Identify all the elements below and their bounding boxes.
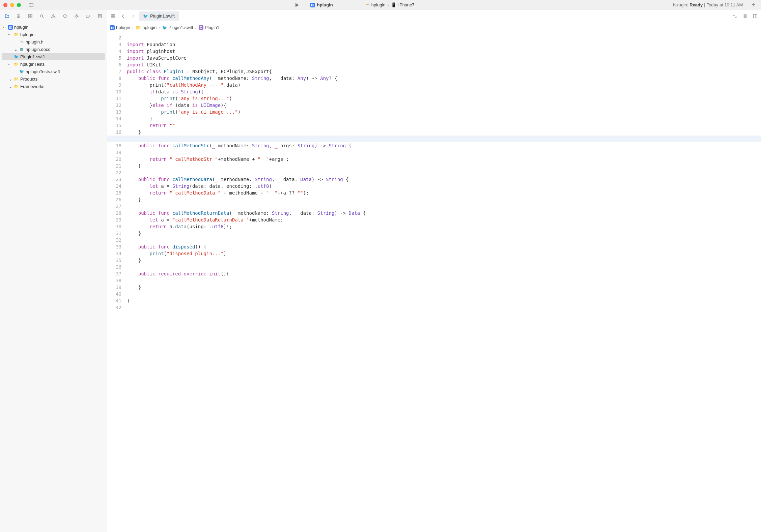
class-icon: C xyxy=(199,25,203,30)
activity-status: hplugin: Ready | Today at 10:11 AM xyxy=(673,2,743,7)
editor-tab-plugin1[interactable]: 🐦 Plugin1.swift xyxy=(139,11,179,21)
tree-label: Plugin1.swift xyxy=(20,54,45,59)
code-editor[interactable]: 2345678910111213141516171819202122232425… xyxy=(107,33,761,532)
project-icon: ◧ xyxy=(8,25,13,30)
titlebar: ◧ hplugin ▭ hplugin › 📱 iPhone7 hplugin:… xyxy=(0,0,761,10)
disclosure-triangle-icon[interactable]: ▾ xyxy=(8,32,12,36)
code-content[interactable]: import Foundationimport pluginhostimport… xyxy=(124,33,761,532)
tree-folder-hplugin[interactable]: ▾ 📁 hplugin xyxy=(0,31,107,38)
svg-rect-6 xyxy=(31,14,32,16)
zoom-window-button[interactable] xyxy=(17,3,21,7)
docc-icon: ▥ xyxy=(19,47,24,52)
related-items-button[interactable] xyxy=(109,12,117,21)
tree-folder-docc[interactable]: ▾ ▥ hplugin.docc xyxy=(0,46,107,53)
editor-tabbar: 🐦 Plugin1.swift xyxy=(107,10,761,22)
svg-rect-20 xyxy=(111,14,113,16)
add-tab-button[interactable]: + xyxy=(750,1,758,9)
target-icon: ▭ xyxy=(365,2,369,7)
chevron-icon: › xyxy=(132,25,134,30)
refresh-button[interactable] xyxy=(731,12,739,21)
tree-label: Frameworks xyxy=(20,84,45,89)
issue-navigator-tab[interactable] xyxy=(49,12,57,20)
test-navigator-tab[interactable] xyxy=(61,12,69,20)
folder-icon: 📁 xyxy=(136,25,141,30)
folder-icon: 📁 xyxy=(13,61,19,67)
app-icon: ◧ xyxy=(310,3,315,7)
device-icon: 📱 xyxy=(391,2,396,7)
report-navigator-tab[interactable] xyxy=(96,12,104,20)
jump-bar-symbol[interactable]: C Plugin1 xyxy=(199,25,219,30)
disclosure-triangle-icon[interactable]: ▾ xyxy=(8,84,12,88)
editor-area: 🐦 Plugin1.swift ◧ hplugin › 📁 hplugin › xyxy=(107,10,761,532)
swift-file-icon: 🐦 xyxy=(13,54,19,59)
scheme-selector[interactable]: ◧ hplugin xyxy=(308,2,336,8)
svg-rect-22 xyxy=(111,16,113,18)
navigator-tabs xyxy=(0,10,107,22)
status-prefix: hplugin: xyxy=(673,2,688,7)
jump-bar-file[interactable]: 🐦 Plugin1.swift xyxy=(162,25,193,30)
folder-icon: 📁 xyxy=(13,84,19,89)
spacer xyxy=(13,69,18,73)
jump-bar-folder[interactable]: 📁 hplugin xyxy=(136,25,157,30)
disclosure-triangle-icon[interactable]: ▾ xyxy=(8,77,12,81)
tab-label: Plugin1.swift xyxy=(150,13,175,19)
tree-folder-tests[interactable]: ▾ 📁 hpluginTests xyxy=(0,60,107,68)
jump-bar[interactable]: ◧ hplugin › 📁 hplugin › 🐦 Plugin1.swift … xyxy=(107,22,761,33)
tree-folder-products[interactable]: ▾ 📁 Products xyxy=(0,75,107,83)
run-button[interactable] xyxy=(293,1,301,9)
scheme-device-label: iPhone7 xyxy=(398,2,415,7)
svg-line-10 xyxy=(43,17,44,18)
disclosure-triangle-icon[interactable]: ▾ xyxy=(8,62,12,66)
spacer xyxy=(3,55,12,59)
run-destination[interactable]: ▭ hplugin › 📱 iPhone7 xyxy=(363,2,417,8)
jump-label: Plugin1.swift xyxy=(169,25,193,30)
svg-rect-21 xyxy=(113,14,115,16)
svg-rect-0 xyxy=(29,3,33,7)
status-time: Today at 10:11 AM xyxy=(707,2,743,7)
svg-rect-7 xyxy=(29,16,30,18)
find-navigator-tab[interactable] xyxy=(38,12,46,20)
adjust-editor-button[interactable] xyxy=(741,12,750,21)
tree-file-plugin1-swift[interactable]: 🐦 Plugin1.swift xyxy=(2,53,105,60)
chevron-icon: › xyxy=(195,25,197,30)
history-back-button[interactable] xyxy=(119,12,128,21)
tree-label: Products xyxy=(20,77,37,82)
breakpoint-navigator-tab[interactable] xyxy=(84,12,92,20)
swift-file-icon: 🐦 xyxy=(19,69,24,74)
tree-label: hpluginTests xyxy=(20,62,45,67)
minimize-window-button[interactable] xyxy=(10,3,14,7)
add-editor-button[interactable] xyxy=(751,12,760,21)
tree-label: hpluginTests.swift xyxy=(26,69,60,74)
chevron-icon: › xyxy=(388,2,389,7)
toggle-sidebar-button[interactable] xyxy=(27,1,35,9)
app-icon: ◧ xyxy=(110,25,115,30)
disclosure-triangle-icon[interactable]: ▾ xyxy=(13,47,18,51)
svg-rect-5 xyxy=(29,14,30,16)
project-navigator-tab[interactable] xyxy=(3,12,11,20)
symbol-navigator-tab[interactable] xyxy=(26,12,34,20)
header-file-icon: h xyxy=(19,39,24,45)
tree-folder-frameworks[interactable]: ▾ 📁 Frameworks xyxy=(0,83,107,90)
tree-label: hplugin.docc xyxy=(26,47,50,52)
folder-icon: 📁 xyxy=(13,76,19,82)
jump-label: hplugin xyxy=(142,25,157,30)
project-tree: ▾ ◧ hplugin ▾ 📁 hplugin h hplugin.h ▾ ▥ … xyxy=(0,22,107,532)
tree-file-tests-swift[interactable]: 🐦 hpluginTests.swift xyxy=(0,68,107,75)
line-gutter[interactable]: 2345678910111213141516171819202122232425… xyxy=(107,33,124,532)
debug-navigator-tab[interactable] xyxy=(73,12,81,20)
disclosure-triangle-icon[interactable]: ▾ xyxy=(3,25,7,29)
svg-rect-8 xyxy=(31,16,32,18)
tree-label: hplugin xyxy=(20,32,34,37)
svg-point-12 xyxy=(76,15,78,17)
scheme-project-label: hplugin xyxy=(317,2,333,7)
source-control-navigator-tab[interactable] xyxy=(15,12,23,20)
status-separator: | xyxy=(704,2,705,7)
close-window-button[interactable] xyxy=(3,3,7,7)
jump-bar-project[interactable]: ◧ hplugin xyxy=(110,25,130,30)
scheme-target-label: hplugin xyxy=(371,2,386,7)
tree-project-root[interactable]: ▾ ◧ hplugin xyxy=(0,24,107,31)
tree-file-header[interactable]: h hplugin.h xyxy=(0,38,107,46)
window-controls xyxy=(3,3,21,7)
history-forward-button[interactable] xyxy=(129,12,138,21)
svg-rect-23 xyxy=(113,16,115,18)
